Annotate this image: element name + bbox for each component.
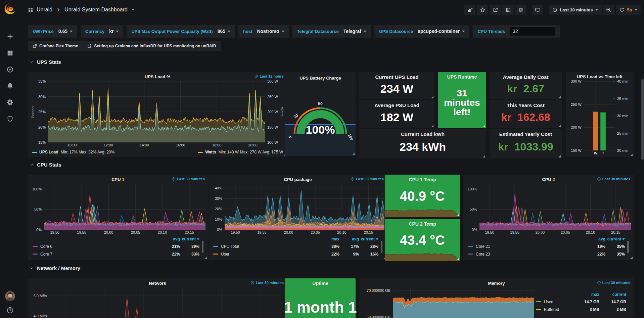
dropdown-caret-icon	[462, 31, 465, 32]
variable-host[interactable]: hostNostromo	[238, 25, 289, 38]
legend-scrollbar[interactable]	[627, 241, 629, 253]
panel-time-link[interactable]: Last 30 minutes	[597, 281, 630, 285]
clock-icon	[597, 281, 601, 285]
explore-icon[interactable]	[6, 66, 14, 73]
variable-cpu-threads[interactable]: CPU Threads	[473, 25, 560, 38]
collapse-chevron-icon	[30, 60, 34, 64]
variable-input[interactable]	[510, 27, 555, 36]
cpu-package-chart[interactable]: 40%30%20%10%0%	[211, 184, 384, 230]
legend-series[interactable]: Core 7	[33, 252, 160, 257]
panel-time-link[interactable]: Last 12 hours	[254, 74, 284, 78]
create-icon[interactable]	[6, 33, 14, 40]
grafana-logo-icon[interactable]	[3, 2, 17, 15]
cycle-view-button[interactable]	[532, 5, 543, 15]
legend-sort-header[interactable]: current	[359, 237, 378, 241]
page-scrollbar[interactable]	[641, 79, 644, 160]
alerting-icon[interactable]	[6, 82, 14, 90]
section-title: Network / Memory	[37, 265, 80, 271]
time-range-picker[interactable]: Last 30 minutes	[549, 5, 601, 15]
legend-sort-header[interactable]: avg	[339, 237, 359, 241]
legend-swatch-icon	[213, 254, 218, 255]
user-avatar[interactable]	[5, 291, 15, 301]
variable-value[interactable]: Nostromo	[257, 29, 284, 34]
section-network-memory[interactable]: Network / Memory	[30, 265, 80, 271]
battery-gauge[interactable]: 02050100100%	[285, 81, 356, 156]
stat-value: 1 month 1	[284, 298, 357, 316]
legend-row: User22%9%16%	[213, 250, 378, 258]
network-chart[interactable]: 6.0 MBs4.0 MBs2.0 MBs	[31, 288, 284, 318]
variable-value[interactable]: Telegraf	[343, 29, 366, 34]
refresh-picker[interactable]: 5s	[616, 5, 641, 15]
variable-value[interactable]: 0.65	[58, 29, 73, 34]
legend-series[interactable]: UPS LoadMin: 17% Max: 32% Avg: 20%	[32, 150, 114, 154]
breadcrumb-dashboard-title[interactable]: Unraid System Dashboard	[64, 7, 128, 13]
variable-value[interactable]: kr	[109, 29, 119, 34]
panel-time-link[interactable]: Last 30 minutes	[172, 177, 205, 181]
panel-average-psu-load: Average PSU Load 182 W	[359, 100, 434, 128]
add-panel-button[interactable]	[464, 5, 475, 15]
breadcrumb-app[interactable]: Unraid	[37, 7, 52, 13]
refresh-icon	[619, 7, 625, 12]
variable-telegraf-datasource[interactable]: Telegraf DatasourceTelegraf	[292, 25, 371, 38]
legend-series[interactable]: Core 6	[33, 244, 160, 249]
legend-scrollbar[interactable]	[202, 241, 203, 253]
svg-text:50: 50	[318, 101, 323, 106]
panel-title: Memory	[488, 281, 505, 286]
dashboard-link[interactable]: Grafana Plex Theme	[33, 44, 78, 48]
legend-series[interactable]: Core 23	[468, 252, 586, 257]
dashboard-grid-icon[interactable]	[28, 7, 34, 13]
panel-title: UPS Battery Charge	[300, 76, 341, 81]
clock-icon	[597, 177, 601, 181]
legend-sort-header[interactable]: current	[605, 237, 625, 241]
legend-sort-header[interactable]: avg	[160, 237, 180, 241]
panel-time-link[interactable]: Last 30 minutes	[351, 177, 384, 181]
legend-series[interactable]: User	[213, 252, 320, 257]
x-axis-labels: 19:5019:5520:0020:0520:1020:15	[479, 230, 631, 235]
configuration-icon[interactable]	[6, 99, 14, 106]
stat-title: Uptime	[312, 281, 328, 286]
variable-currency[interactable]: Currencykr	[81, 25, 123, 38]
cpu2-chart[interactable]: 100%50%0%	[466, 184, 631, 230]
ups-load-chart[interactable]: Percent35%30%25%20%15%300 W250 W200 W150…	[31, 81, 284, 142]
legend-sort-header[interactable]: max	[572, 292, 599, 297]
legend-sort-header[interactable]: current	[180, 237, 199, 241]
ups-bar-chart[interactable]: 300 W250 W200 W150 W40 min35 min30 min25…	[568, 81, 631, 150]
legend-series[interactable]: Buffered	[536, 307, 572, 312]
panel-cpu1-temp: CPU 1 Temp 40.9 °C	[385, 175, 460, 217]
star-dashboard-button[interactable]	[477, 5, 488, 15]
section-cpu-stats[interactable]: CPU Stats	[30, 162, 61, 168]
dashboard-settings-button[interactable]	[515, 5, 526, 15]
panel-time-link[interactable]: Last 30 minutes	[250, 281, 284, 285]
legend-scrollbar[interactable]	[381, 241, 382, 253]
temp-sparkline	[385, 249, 460, 261]
dropdown-caret-icon	[364, 31, 366, 32]
variable-kwh-price[interactable]: kWh Price0.65	[28, 25, 77, 38]
help-icon[interactable]	[6, 307, 14, 314]
variable-value[interactable]: 865	[218, 29, 230, 34]
share-dashboard-button[interactable]	[490, 5, 501, 15]
legend-series[interactable]: CPU Total	[213, 244, 320, 249]
dashboard-link[interactable]: Setting up Grafana and InfluxDB for UPS …	[87, 44, 216, 48]
variable-ups-datasource[interactable]: UPS Datasourceapcupsd-container	[374, 25, 469, 38]
cpu1-chart[interactable]: 100%50%0%	[31, 184, 205, 230]
zoom-out-button[interactable]	[603, 5, 614, 15]
server-admin-icon[interactable]	[6, 115, 14, 123]
legend-series[interactable]: Used	[536, 300, 572, 304]
stat-title: This Years Cost	[507, 102, 544, 108]
legend-series[interactable]: Core 21	[468, 244, 586, 249]
legend-series[interactable]: WattsMin: 148 W Max: 278 W Avg: 175 W	[198, 150, 283, 154]
stat-title: CPU 1 Temp	[409, 177, 436, 182]
legend-sort-header[interactable]: current	[599, 292, 626, 297]
legend-sort-header[interactable]: max	[320, 237, 339, 241]
memory-chart[interactable]: 70.000000 GB60.000000 GB50.000000 GB	[362, 288, 534, 318]
dashboard-caret-icon[interactable]	[130, 7, 136, 13]
save-dashboard-button[interactable]	[502, 5, 514, 15]
time-range-caret-icon	[595, 9, 598, 11]
dashboards-icon[interactable]	[6, 49, 14, 57]
legend-sort-header[interactable]: avg	[586, 237, 605, 241]
panel-time-link[interactable]: Last 30 minutes	[597, 177, 630, 181]
variable-ups-max-output-power-capacity-watt-[interactable]: UPS Max Output Power Capacity (Watt)865	[127, 25, 235, 38]
section-ups-stats[interactable]: UPS Stats	[30, 59, 61, 65]
panel-ups-load: UPS Load % Last 12 hours Percent35%30%25…	[28, 72, 287, 157]
variable-value[interactable]: apcupsd-container	[418, 29, 465, 34]
